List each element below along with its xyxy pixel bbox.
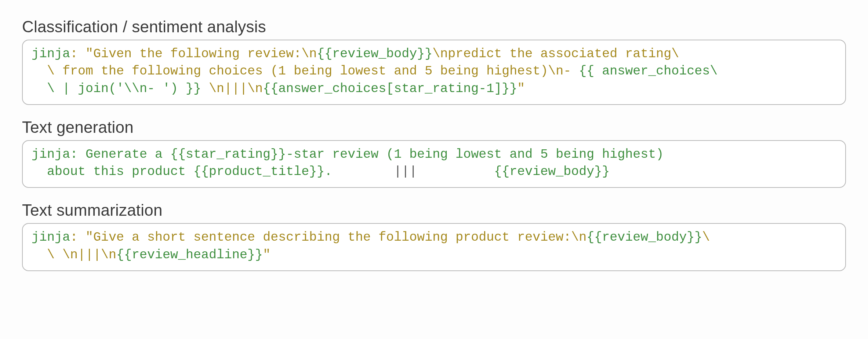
code-token: {{review_body}} [586, 230, 702, 245]
code-box: jinja: "Give a short sentence describing… [22, 223, 846, 271]
code-token: ||| [394, 164, 417, 179]
code-token: \n|||\n [201, 81, 263, 96]
code-token: {{review_body}} [494, 164, 610, 179]
code-token: : Generate a [70, 147, 170, 162]
code-token [417, 164, 494, 179]
code-token: jinja [32, 147, 70, 162]
section-title: Text summarization [22, 201, 846, 219]
code-token: "Given the following review:\n [86, 47, 317, 61]
code-token: {{answer_choices[star_rating-1]}} [263, 81, 517, 96]
code-box: jinja: "Given the following review:\n{{r… [22, 40, 846, 105]
code-token: "Give a short sentence describing the fo… [86, 230, 586, 245]
section-title: Text generation [22, 118, 846, 136]
code-token: : [70, 47, 86, 61]
code-token: . [324, 164, 394, 179]
code-token: " [263, 248, 270, 262]
code-token: {{review_headline}} [116, 248, 263, 262]
code-token: : [70, 230, 86, 245]
code-token: jinja [32, 230, 70, 245]
code-token: {{star_rating}} [170, 147, 286, 162]
code-token: {{review_body}} [317, 47, 432, 61]
template-examples: Classification / sentiment analysisjinja… [22, 18, 846, 271]
code-token: {{product_title}} [193, 164, 324, 179]
code-box: jinja: Generate a {{star_rating}}-star r… [22, 140, 846, 188]
code-token: jinja [32, 47, 70, 61]
code-token: " [517, 81, 525, 96]
section-title: Classification / sentiment analysis [22, 18, 846, 36]
